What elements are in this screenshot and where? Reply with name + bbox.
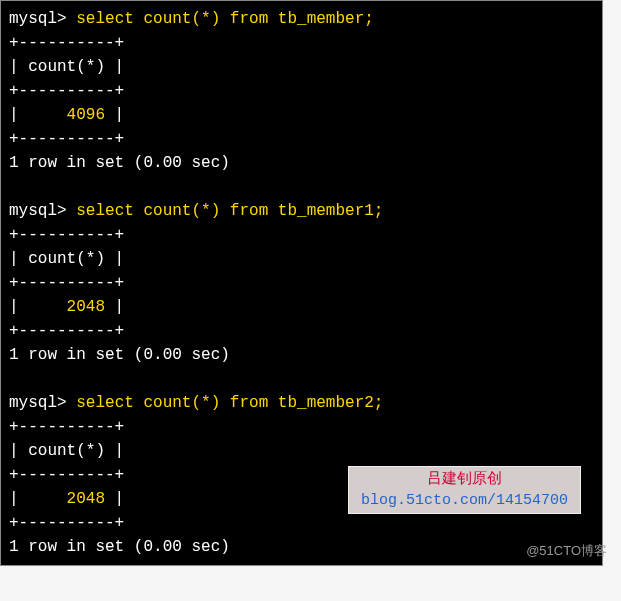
footer-credit: @51CTO博客 bbox=[526, 542, 607, 560]
table-border-mid: +----------+ bbox=[9, 82, 124, 100]
watermark-url: blog.51cto.com/14154700 bbox=[361, 490, 568, 511]
table-border-top: +----------+ bbox=[9, 34, 124, 52]
table-border-top: +----------+ bbox=[9, 418, 124, 436]
count-value: 2048 bbox=[67, 490, 105, 508]
sql-query: select count(*) from tb_member; bbox=[76, 10, 374, 28]
mysql-prompt: mysql> bbox=[9, 202, 76, 220]
row-pre: | bbox=[9, 106, 67, 124]
query-block-1: mysql> select count(*) from tb_member1; … bbox=[9, 202, 383, 364]
row-post: | bbox=[105, 490, 124, 508]
table-border-bot: +----------+ bbox=[9, 130, 124, 148]
mysql-prompt: mysql> bbox=[9, 10, 76, 28]
count-value: 4096 bbox=[67, 106, 105, 124]
count-value: 2048 bbox=[67, 298, 105, 316]
sql-query: select count(*) from tb_member1; bbox=[76, 202, 383, 220]
table-border-mid: +----------+ bbox=[9, 466, 124, 484]
row-status: 1 row in set (0.00 sec) bbox=[9, 346, 230, 364]
sql-query: select count(*) from tb_member2; bbox=[76, 394, 383, 412]
row-pre: | bbox=[9, 490, 67, 508]
table-border-bot: +----------+ bbox=[9, 322, 124, 340]
row-pre: | bbox=[9, 298, 67, 316]
table-border-bot: +----------+ bbox=[9, 514, 124, 532]
row-post: | bbox=[105, 106, 124, 124]
table-header: | count(*) | bbox=[9, 58, 124, 76]
mysql-prompt: mysql> bbox=[9, 394, 76, 412]
table-header: | count(*) | bbox=[9, 442, 124, 460]
query-block-0: mysql> select count(*) from tb_member; +… bbox=[9, 10, 374, 172]
row-status: 1 row in set (0.00 sec) bbox=[9, 538, 230, 556]
row-status: 1 row in set (0.00 sec) bbox=[9, 154, 230, 172]
query-block-2: mysql> select count(*) from tb_member2; … bbox=[9, 394, 383, 556]
table-border-mid: +----------+ bbox=[9, 274, 124, 292]
row-post: | bbox=[105, 298, 124, 316]
watermark-title: 吕建钊原创 bbox=[361, 469, 568, 490]
table-header: | count(*) | bbox=[9, 250, 124, 268]
author-watermark: 吕建钊原创 blog.51cto.com/14154700 bbox=[348, 466, 581, 514]
table-border-top: +----------+ bbox=[9, 226, 124, 244]
